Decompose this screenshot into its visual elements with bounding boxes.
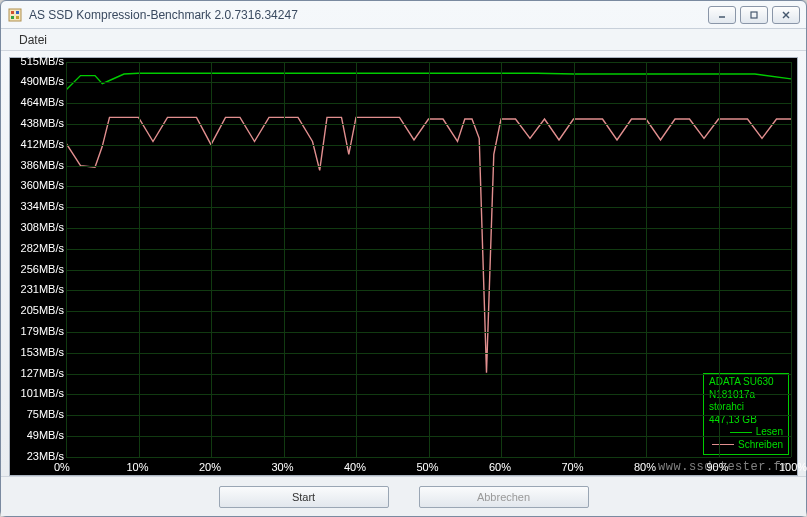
grid-line-v	[646, 62, 647, 457]
menu-file[interactable]: Datei	[11, 31, 55, 49]
menubar: Datei	[1, 29, 806, 51]
window-title: AS SSD Kompression-Benchmark 2.0.7316.34…	[29, 8, 708, 22]
grid-line-h	[66, 457, 791, 458]
y-tick-label: 386MB/s	[12, 159, 64, 171]
y-tick-label: 231MB/s	[12, 283, 64, 295]
y-tick-label: 75MB/s	[12, 408, 64, 420]
svg-rect-1	[11, 11, 14, 14]
device-driver: storahci	[709, 401, 783, 414]
y-tick-label: 515MB/s	[12, 55, 64, 67]
x-tick-label: 10%	[127, 461, 149, 473]
x-tick-label: 70%	[562, 461, 584, 473]
x-tick-label: 30%	[272, 461, 294, 473]
legend-write-swatch	[712, 444, 734, 445]
grid-line-v	[501, 62, 502, 457]
device-model: ADATA SU630	[709, 376, 783, 389]
x-tick-label: 80%	[634, 461, 656, 473]
button-row: Start Abbrechen	[1, 476, 806, 516]
x-tick-label: 20%	[199, 461, 221, 473]
y-tick-label: 282MB/s	[12, 242, 64, 254]
x-tick-label: 0%	[54, 461, 70, 473]
y-tick-label: 256MB/s	[12, 263, 64, 275]
maximize-button[interactable]	[740, 6, 768, 24]
legend-write: Schreiben	[709, 439, 783, 452]
legend: ADATA SU630 N181017a storahci 447,13 GB …	[703, 373, 789, 455]
y-tick-label: 360MB/s	[12, 179, 64, 191]
window-controls	[708, 6, 800, 24]
grid-line-v	[719, 62, 720, 457]
svg-rect-4	[16, 16, 19, 19]
y-tick-label: 412MB/s	[12, 138, 64, 150]
legend-write-label: Schreiben	[738, 439, 783, 452]
svg-rect-6	[751, 12, 757, 18]
y-tick-label: 127MB/s	[12, 367, 64, 379]
grid-line-v	[66, 62, 67, 457]
y-tick-label: 49MB/s	[12, 429, 64, 441]
y-tick-label: 205MB/s	[12, 304, 64, 316]
y-tick-label: 334MB/s	[12, 200, 64, 212]
minimize-button[interactable]	[708, 6, 736, 24]
y-tick-label: 464MB/s	[12, 96, 64, 108]
y-tick-label: 490MB/s	[12, 75, 64, 87]
legend-read-swatch	[730, 432, 752, 433]
abort-button[interactable]: Abbrechen	[419, 486, 589, 508]
svg-rect-2	[16, 11, 19, 14]
x-tick-label: 60%	[489, 461, 511, 473]
y-tick-label: 308MB/s	[12, 221, 64, 233]
grid-line-v	[356, 62, 357, 457]
x-tick-label: 100%	[779, 461, 807, 473]
y-tick-label: 179MB/s	[12, 325, 64, 337]
grid-line-v	[139, 62, 140, 457]
grid-line-v	[429, 62, 430, 457]
titlebar: AS SSD Kompression-Benchmark 2.0.7316.34…	[1, 1, 806, 29]
x-tick-label: 40%	[344, 461, 366, 473]
y-tick-label: 438MB/s	[12, 117, 64, 129]
grid-line-v	[211, 62, 212, 457]
svg-rect-3	[11, 16, 14, 19]
app-icon	[7, 7, 23, 23]
chart-container: ADATA SU630 N181017a storahci 447,13 GB …	[9, 57, 798, 476]
grid-line-v	[791, 62, 792, 457]
compression-chart: ADATA SU630 N181017a storahci 447,13 GB …	[9, 57, 798, 476]
y-tick-label: 153MB/s	[12, 346, 64, 358]
start-button[interactable]: Start	[219, 486, 389, 508]
grid-line-v	[284, 62, 285, 457]
grid-line-v	[574, 62, 575, 457]
close-button[interactable]	[772, 6, 800, 24]
x-tick-label: 90%	[707, 461, 729, 473]
x-tick-label: 50%	[417, 461, 439, 473]
app-window: AS SSD Kompression-Benchmark 2.0.7316.34…	[0, 0, 807, 517]
svg-rect-0	[9, 9, 21, 21]
y-tick-label: 101MB/s	[12, 387, 64, 399]
